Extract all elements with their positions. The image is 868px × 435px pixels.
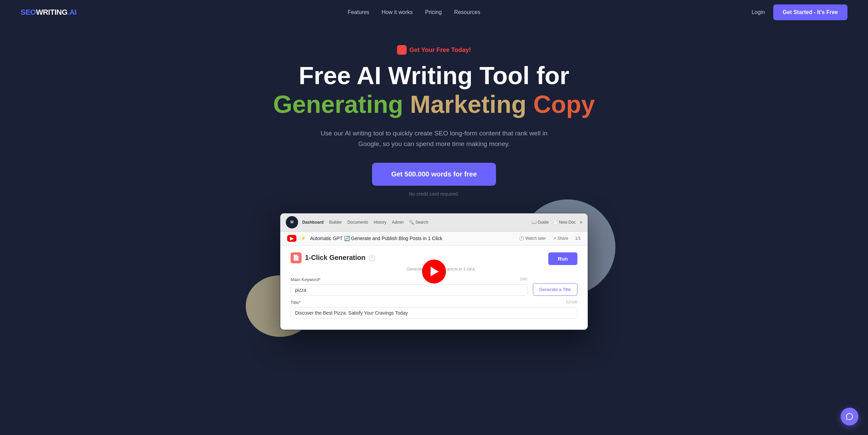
browser-logo-text: W <box>290 220 293 224</box>
yt-title: Automatic GPT 🔄 Generate and Publish Blo… <box>310 236 442 241</box>
word-generating: Generating <box>273 91 403 118</box>
browser-bar: W Dashboard Builder Documents History Ad… <box>280 213 588 232</box>
video-wrapper: W Dashboard Builder Documents History Ad… <box>280 213 588 330</box>
play-triangle-icon <box>431 267 439 276</box>
browser-nav-items: Dashboard Builder Documents History Admi… <box>302 220 527 225</box>
chat-bubble-button[interactable] <box>841 408 858 425</box>
login-link[interactable]: Login <box>752 9 765 15</box>
logo-seo: SEO <box>21 8 36 17</box>
get-started-button[interactable]: Get Started - It's Free <box>773 4 847 20</box>
no-credit-card-text: No credit card required. <box>14 191 854 197</box>
browser-nav-documents[interactable]: Documents <box>347 220 368 225</box>
hero-title-line2: Generating Marketing Copy <box>14 92 854 118</box>
hero-badge: 🏷 Get Your Free Today! <box>397 45 471 55</box>
keyword-label: Main Keyword* 5/80 <box>291 277 527 282</box>
nav-right: Login Get Started - It's Free <box>752 4 847 20</box>
nav-item-how-it-works[interactable]: How it works <box>382 9 413 15</box>
nav-links: Features How it works Pricing Resources <box>348 9 480 15</box>
hero-cta-button[interactable]: Get 500.000 words for free <box>372 163 496 186</box>
counter: 1/1 <box>575 236 581 241</box>
logo-ai: .AI <box>67 8 77 17</box>
title-group: Title* 52/100 <box>291 300 577 319</box>
title-input[interactable] <box>291 307 577 319</box>
play-button[interactable] <box>422 260 446 284</box>
app-title-row: Title* 52/100 <box>291 300 577 319</box>
app-title-text: 1-Click Generation <box>305 254 366 262</box>
app-run-button[interactable]: Run <box>548 252 577 265</box>
app-content: 📄 1-Click Generation ? Run Generate and … <box>280 246 588 330</box>
yt-lightning: ⚡ <box>301 236 306 241</box>
app-help-icon[interactable]: ? <box>369 255 375 261</box>
browser-nav-builder[interactable]: Builder <box>329 220 342 225</box>
chat-icon <box>845 412 854 421</box>
browser-nav-history[interactable]: History <box>374 220 386 225</box>
app-section-icon: 📄 <box>291 252 302 263</box>
hero-badge-text: Get Your Free Today! <box>409 47 471 54</box>
yt-logo: ▶ <box>287 235 296 242</box>
logo[interactable]: SEOWRITING.AI <box>21 8 76 17</box>
video-section: W Dashboard Builder Documents History Ad… <box>280 213 588 357</box>
browser-logo: W <box>286 216 298 228</box>
nav-item-resources[interactable]: Resources <box>454 9 480 15</box>
app-section-title: 📄 1-Click Generation ? <box>291 252 548 263</box>
nav-item-features[interactable]: Features <box>348 9 369 15</box>
browser-actions: 📖 Guide 📄 New Doc ≡ <box>532 220 582 225</box>
title-label: Title* 52/100 <box>291 300 577 305</box>
yt-actions: 🕐 Watch later ↗ Share 1/1 <box>519 236 581 241</box>
yt-bar: ▶ ⚡ Automatic GPT 🔄 Generate and Publish… <box>280 232 588 246</box>
browser-menu[interactable]: ≡ <box>580 220 582 225</box>
guide-label[interactable]: 📖 Guide <box>532 220 549 225</box>
hero-section: 🏷 Get Your Free Today! Free AI Writing T… <box>0 25 868 357</box>
logo-writing: WRITING <box>36 8 67 17</box>
word-copy: Copy <box>533 91 595 118</box>
keyword-input[interactable] <box>291 284 527 296</box>
word-marketing: Marketing <box>410 91 526 118</box>
hero-title-line1: Free AI Writing Tool for <box>14 63 854 89</box>
browser-nav-search[interactable]: 🔍 Search <box>409 220 428 225</box>
navbar: SEOWRITING.AI Features How it works Pric… <box>0 0 868 25</box>
nav-item-pricing[interactable]: Pricing <box>425 9 442 15</box>
main-keyword-group: Main Keyword* 5/80 <box>291 277 527 296</box>
share-btn[interactable]: ↗ Share <box>553 236 568 241</box>
browser-nav-admin[interactable]: Admin <box>392 220 404 225</box>
watch-later[interactable]: 🕐 Watch later <box>519 236 546 241</box>
hero-subtitle: Use our AI writing tool to quickly creat… <box>314 128 554 149</box>
generate-title-button[interactable]: Generate a Title <box>533 283 578 296</box>
new-doc-label[interactable]: 📄 New Doc <box>553 220 576 225</box>
badge-icon: 🏷 <box>397 45 407 55</box>
browser-nav-dashboard[interactable]: Dashboard <box>302 220 324 225</box>
